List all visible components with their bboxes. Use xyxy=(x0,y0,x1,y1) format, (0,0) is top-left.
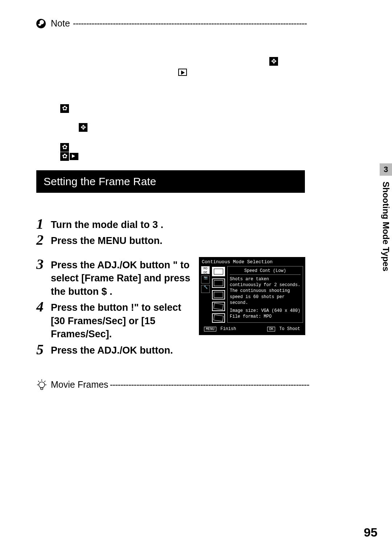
step-text: Press the MENU button. xyxy=(51,234,163,247)
lcd-foot-right: To Shoot xyxy=(279,326,300,331)
lcd-mode-option xyxy=(212,267,225,276)
lightbulb-icon xyxy=(36,379,47,391)
lcd-tab: 🔧 xyxy=(201,285,210,293)
lcd-desc-line: Image size: VGA (640 x 480) xyxy=(230,308,301,314)
lcd-desc-line: File format: MPO xyxy=(230,314,301,319)
macro-icon xyxy=(60,143,69,152)
play-inverted-icon xyxy=(70,153,78,160)
lcd-mode-option xyxy=(212,290,225,300)
tip-header: Movie Frames ---------------------------… xyxy=(36,379,392,391)
macro-icon xyxy=(60,152,69,161)
lcd-ok-button-label: OK xyxy=(267,327,275,331)
lcd-title: Continuous Mode Selection xyxy=(201,259,303,266)
step-text: Press the ADJ./OK button " to select [Fr… xyxy=(51,258,192,298)
camera-lcd-preview: Continuous Mode Selection MO DE 📷 🔧 Spee… xyxy=(199,257,305,335)
page-number: 95 xyxy=(364,525,377,539)
step-number: 1 xyxy=(36,217,51,231)
note-label: Note xyxy=(51,18,70,29)
tip-dashes: ----------------------------------------… xyxy=(110,379,392,390)
svg-rect-1 xyxy=(41,388,43,390)
lcd-desc-line: The continuous shooting speed is 60 shot… xyxy=(230,288,301,306)
step-number: 3 xyxy=(36,257,51,272)
step-row: 4 Press the button !" to select [30 Fram… xyxy=(36,301,192,341)
lcd-mode-option xyxy=(212,278,225,288)
step-number: 2 xyxy=(36,233,51,247)
note-icon xyxy=(36,19,46,28)
note-header: Note -----------------------------------… xyxy=(36,18,392,29)
lcd-menu-button-label: MENU xyxy=(204,327,216,331)
note-body-icons xyxy=(36,36,392,159)
step-text: Turn the mode dial to 3 . xyxy=(51,218,163,231)
play-icon xyxy=(178,69,187,76)
lcd-desc-line: Shots are taken continuously for 2 secon… xyxy=(230,276,301,288)
chapter-caption: Shooting Mode Types xyxy=(381,182,391,272)
lcd-foot-left: Finish xyxy=(220,326,236,331)
tip-label: Movie Frames xyxy=(51,379,108,390)
lcd-mode-option xyxy=(212,302,225,311)
step-row: 2 Press the MENU button. xyxy=(36,234,305,247)
lcd-tab: MO DE xyxy=(201,266,210,274)
lcd-option-title: Speed Cont (Low) xyxy=(230,268,301,275)
section-heading: Setting the Frame Rate xyxy=(36,170,305,193)
step-row: 3 Press the ADJ./OK button " to select [… xyxy=(36,258,192,298)
svg-point-0 xyxy=(39,382,45,388)
step-text: Press the button !" to select [30 Frames… xyxy=(51,301,192,341)
step-text: Press the ADJ./OK button. xyxy=(51,344,173,357)
chapter-tab: 3 xyxy=(380,163,392,176)
note-dashes: ----------------------------------------… xyxy=(73,18,392,29)
step-row: 1 Turn the mode dial to 3 . xyxy=(36,218,305,231)
svg-line-3 xyxy=(38,381,39,382)
lcd-mode-option xyxy=(212,313,225,323)
svg-line-4 xyxy=(44,381,45,382)
direction-pad-icon xyxy=(269,57,278,66)
step-number: 4 xyxy=(36,300,51,314)
step-number: 5 xyxy=(36,342,51,357)
direction-pad-icon xyxy=(79,123,87,132)
macro-icon xyxy=(60,104,69,113)
lcd-tab: 📷 xyxy=(201,276,210,284)
step-row: 5 Press the ADJ./OK button. xyxy=(36,344,305,357)
